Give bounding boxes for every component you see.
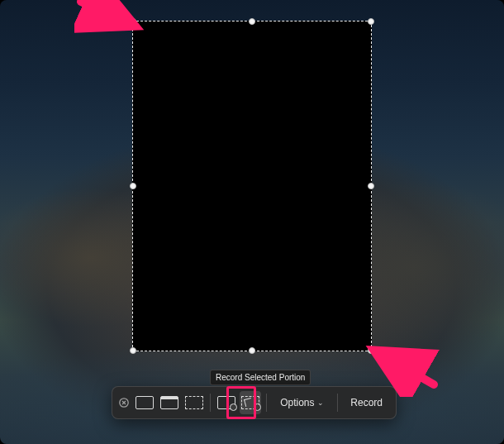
dashed-rectangle-icon bbox=[185, 396, 203, 409]
toolbar-separator bbox=[266, 394, 267, 412]
chevron-down-icon: ⌄ bbox=[317, 399, 324, 407]
screen-icon bbox=[136, 396, 154, 409]
tooltip-label: Record Selected Portion bbox=[216, 373, 305, 382]
record-entire-screen-button[interactable] bbox=[216, 391, 237, 414]
capture-selection-area[interactable] bbox=[132, 21, 372, 351]
toolbar-separator bbox=[337, 394, 338, 412]
capture-selected-window-button[interactable] bbox=[159, 391, 180, 414]
resize-handle-top-right[interactable] bbox=[368, 18, 374, 25]
capture-selected-portion-button[interactable] bbox=[183, 391, 205, 414]
record-screen-icon bbox=[217, 396, 235, 409]
capture-entire-screen-button[interactable] bbox=[134, 391, 155, 414]
window-icon bbox=[160, 396, 178, 409]
tooltip-record-selected-portion: Record Selected Portion bbox=[210, 370, 311, 385]
toolbar-separator bbox=[210, 394, 211, 412]
screenshot-toolbar: Options ⌄ Record bbox=[112, 386, 397, 419]
options-label: Options bbox=[280, 397, 314, 408]
record-selection-icon bbox=[241, 396, 259, 409]
close-button[interactable] bbox=[117, 398, 131, 408]
record-label: Record bbox=[350, 397, 383, 408]
resize-handle-bottom-middle[interactable] bbox=[249, 347, 255, 354]
screenshot-stage: Record Selected Portion bbox=[0, 0, 504, 444]
resize-handle-bottom-right[interactable] bbox=[368, 347, 374, 354]
resize-handle-top-middle[interactable] bbox=[249, 18, 255, 25]
resize-handle-bottom-left[interactable] bbox=[130, 347, 136, 354]
close-icon bbox=[119, 398, 129, 408]
resize-handle-top-left[interactable] bbox=[130, 18, 136, 25]
record-selected-portion-button[interactable] bbox=[240, 391, 261, 414]
resize-handle-middle-right[interactable] bbox=[368, 183, 374, 189]
resize-handle-middle-left[interactable] bbox=[130, 183, 136, 189]
record-button[interactable]: Record bbox=[342, 391, 391, 414]
options-menu-button[interactable]: Options ⌄ bbox=[272, 391, 331, 414]
